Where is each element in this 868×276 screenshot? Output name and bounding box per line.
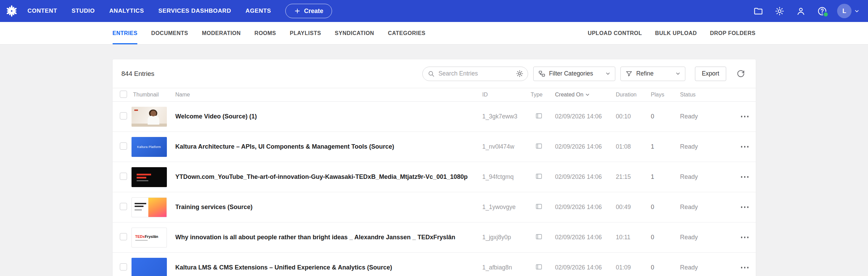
search-input[interactable] [438,70,513,78]
nav-content[interactable]: CONTENT [27,8,57,14]
tab-playlists[interactable]: PLAYLISTS [290,22,321,44]
thumbnail-slide-title: Kaltura Platform [137,145,161,149]
user-menu[interactable]: L [837,4,860,18]
entry-plays: 0 [651,234,680,241]
main-nav: CONTENT STUDIO ANALYTICS SERVICES DASHBO… [27,8,271,14]
video-type-icon [535,142,542,150]
entry-status: Ready [680,173,734,181]
tab-rooms[interactable]: ROOMS [254,22,276,44]
create-button[interactable]: Create [285,4,332,18]
entry-thumbnail[interactable]: Kaltura Platform [132,137,167,157]
table-row: Training services (Source) 1_1ywovgye 02… [113,192,756,222]
entry-name-link[interactable]: Welcome Video (Source) (1) [175,113,257,120]
row-actions-menu[interactable] [740,234,750,241]
projects-folder-button[interactable] [752,5,764,17]
table-row: TEDxFryslân Why innovation is all about … [113,222,756,253]
sort-descending-icon [585,92,590,97]
entry-id: 1_94fctgmq [482,173,531,181]
thumbnail-tedx-red-text: TEDx [135,234,145,239]
row-checkbox[interactable] [120,203,127,210]
create-button-label: Create [304,8,323,15]
nav-agents[interactable]: AGENTS [245,8,271,14]
kaltura-logo[interactable] [5,4,19,18]
entry-name-link[interactable]: Kaltura Architecture – APIs, UI Componen… [175,143,394,150]
row-actions-menu[interactable] [740,264,750,271]
subnav-tabs: ENTRIES DOCUMENTS MODERATION ROOMS PLAYL… [113,22,426,44]
user-account-button[interactable] [795,5,807,17]
table-row: YTDown.com_YouTube_The-art-of-innovation… [113,162,756,192]
entry-created-on: 02/09/2026 14:06 [555,234,616,241]
entry-status: Ready [680,113,734,120]
entry-created-on: 02/09/2026 14:06 [555,143,616,150]
refresh-icon [736,69,745,78]
entry-plays: 1 [651,143,680,150]
entry-thumbnail[interactable] [132,197,167,217]
select-all-checkbox[interactable] [120,91,127,98]
kaltura-starburst-icon [5,4,19,18]
header-thumbnail: Thumbnail [132,92,175,98]
entry-name-link[interactable]: Training services (Source) [175,204,253,210]
row-checkbox[interactable] [120,112,127,119]
entry-name-link[interactable]: YTDown.com_YouTube_The-art-of-innovation… [175,173,468,180]
row-actions-menu[interactable] [740,143,750,150]
table-row: Kaltura LMS & CMS Extensions – Unified E… [113,253,756,276]
header-status: Status [680,92,734,98]
tab-entries[interactable]: ENTRIES [113,22,138,44]
table-row: Kaltura Platform Kaltura Architecture – … [113,132,756,162]
entry-status: Ready [680,264,734,271]
drop-folders-link[interactable]: DROP FOLDERS [710,22,756,44]
entry-thumbnail[interactable] [132,167,167,187]
settings-button[interactable] [773,5,786,17]
gear-icon [775,6,785,16]
table-header: Thumbnail Name ID Type Created On Durati… [113,88,756,102]
row-checkbox[interactable] [120,263,127,271]
chevron-down-icon [675,71,681,77]
tab-moderation[interactable]: MODERATION [202,22,241,44]
entry-id: 1_3gk7eww3 [482,113,531,120]
tab-categories[interactable]: CATEGORIES [388,22,426,44]
entry-name-link[interactable]: Why innovation is all about people rathe… [175,234,456,241]
header-created-on-label: Created On [555,92,584,98]
header-duration: Duration [616,92,651,98]
chevron-down-icon [605,71,611,77]
row-actions-menu[interactable] [740,173,750,181]
header-created-on[interactable]: Created On [555,92,616,98]
subnav-right-links: UPLOAD CONTROL BULK UPLOAD DROP FOLDERS [588,22,756,44]
video-type-icon [535,112,542,119]
help-button[interactable] [816,5,828,17]
search-icon [427,70,435,78]
chevron-down-icon [854,8,860,14]
entries-table: Welcome Video (Source) (1) 1_3gk7eww3 02… [113,102,756,276]
entry-status: Ready [680,143,734,150]
refresh-button[interactable] [735,68,747,80]
row-actions-menu[interactable] [740,204,750,211]
nav-analytics[interactable]: ANALYTICS [109,8,144,14]
entry-created-on: 02/09/2026 14:06 [555,113,616,120]
header-type: Type [531,92,555,98]
upload-control-link[interactable]: UPLOAD CONTROL [588,22,642,44]
entry-plays: 0 [651,204,680,211]
advanced-search-button[interactable] [515,69,524,78]
export-button[interactable]: Export [695,67,726,81]
entry-thumbnail[interactable]: TEDxFryslân [132,228,167,248]
entry-name-link[interactable]: Kaltura LMS & CMS Extensions – Unified E… [175,264,392,271]
row-checkbox[interactable] [120,233,127,240]
entry-duration: 21:15 [616,173,651,181]
tab-documents[interactable]: DOCUMENTS [151,22,188,44]
entry-thumbnail[interactable] [132,258,167,276]
row-actions-menu[interactable] [740,113,750,120]
entry-thumbnail[interactable] [132,107,167,127]
bulk-upload-link[interactable]: BULK UPLOAD [655,22,697,44]
gear-icon [516,70,524,78]
filter-categories-dropdown[interactable]: Filter Categories [533,67,615,81]
entry-plays: 0 [651,264,680,271]
header-id: ID [482,92,531,98]
header-name: Name [175,92,482,98]
row-checkbox[interactable] [120,142,127,150]
row-checkbox[interactable] [120,173,127,180]
nav-services-dashboard[interactable]: SERVICES DASHBOARD [158,8,231,14]
nav-studio[interactable]: STUDIO [71,8,95,14]
refine-dropdown[interactable]: Refine [620,67,685,81]
entry-status: Ready [680,234,734,241]
tab-syndication[interactable]: SYNDICATION [335,22,374,44]
